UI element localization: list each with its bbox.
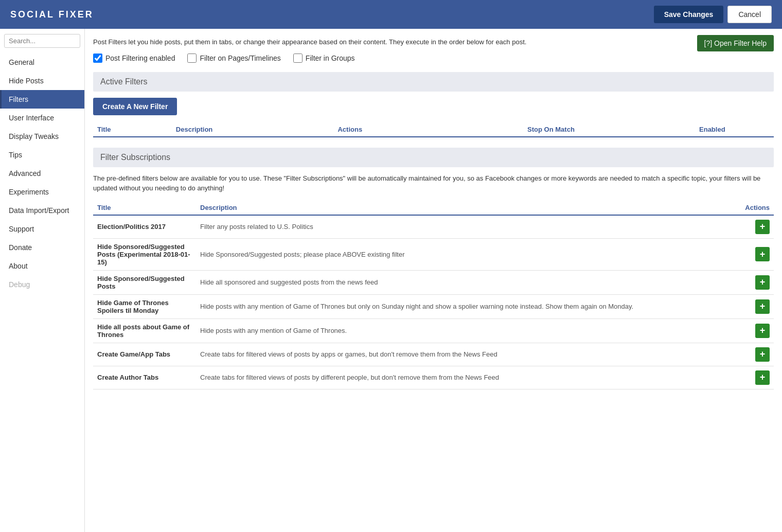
create-filter-button[interactable]: Create A New Filter	[93, 98, 177, 115]
col-actions: Actions	[333, 122, 451, 137]
subscription-action: +	[741, 238, 774, 270]
sidebar-item-filters[interactable]: Filters	[0, 90, 84, 109]
active-filters-table: Title Description Actions Stop On Match …	[93, 122, 774, 137]
sidebar-item-hide-posts[interactable]: Hide Posts	[0, 72, 84, 90]
subscription-description: Create tabs for filtered views of posts …	[196, 343, 741, 366]
save-changes-button[interactable]: Save Changes	[654, 6, 724, 23]
filter-subscriptions-heading: Filter Subscriptions	[93, 148, 774, 167]
sub-col-actions: Actions	[741, 201, 774, 215]
filter-options: Post Filtering enabled Filter on Pages/T…	[93, 54, 774, 63]
open-filter-help-button[interactable]: [?] Open Filter Help	[697, 35, 774, 51]
col-title: Title	[93, 122, 172, 137]
sidebar-item-experiments[interactable]: Experiments	[0, 183, 84, 201]
filter-table-header: Title Description Actions Stop On Match …	[93, 122, 774, 137]
subscription-action: +	[741, 318, 774, 343]
header-buttons: Save Changes Cancel	[654, 6, 772, 23]
sidebar-item-user-interface[interactable]: User Interface	[0, 109, 84, 127]
add-subscription-button[interactable]: +	[755, 299, 770, 314]
col-stop-on-match: Stop On Match	[451, 122, 650, 137]
subscription-action: +	[741, 215, 774, 239]
cancel-button[interactable]: Cancel	[727, 6, 772, 23]
subscription-title: Hide all posts about Game of Thrones	[93, 318, 196, 343]
sidebar: GeneralHide PostsFiltersUser InterfaceDi…	[0, 29, 85, 532]
sidebar-item-debug[interactable]: Debug	[0, 275, 84, 294]
subscription-description: Hide posts with any mention of Game of T…	[196, 318, 741, 343]
search-box	[4, 34, 80, 48]
subscription-action: +	[741, 366, 774, 389]
col-enabled: Enabled	[651, 122, 774, 137]
active-filters-heading: Active Filters	[93, 72, 774, 92]
post-filtering-label: Post Filtering enabled	[105, 54, 175, 62]
add-subscription-button[interactable]: +	[755, 347, 770, 362]
subscription-row: Hide Sponsored/Suggested PostsHide all s…	[93, 270, 774, 294]
subscription-description: Hide all sponsored and suggested posts f…	[196, 270, 741, 294]
col-description: Description	[172, 122, 334, 137]
sidebar-item-advanced[interactable]: Advanced	[0, 164, 84, 183]
main-description: Post Filters let you hide posts, put the…	[93, 37, 541, 47]
app-logo: SOCIAL FIXER	[10, 9, 94, 20]
subscription-title: Create Game/App Tabs	[93, 343, 196, 366]
layout: GeneralHide PostsFiltersUser InterfaceDi…	[0, 29, 782, 532]
subscription-description: Create tabs for filtered views of posts …	[196, 366, 741, 389]
subscription-description: Filter any posts related to U.S. Politic…	[196, 215, 741, 239]
sidebar-item-tips[interactable]: Tips	[0, 146, 84, 164]
add-subscription-button[interactable]: +	[755, 324, 770, 338]
sidebar-item-data-import-export[interactable]: Data Import/Export	[0, 201, 84, 220]
filter-pages-label: Filter on Pages/Timelines	[200, 54, 280, 62]
sidebar-item-donate[interactable]: Donate	[0, 238, 84, 257]
add-subscription-button[interactable]: +	[755, 247, 770, 261]
subscription-description: Hide Sponsored/Suggested posts; please p…	[196, 238, 741, 270]
sidebar-item-display-tweaks[interactable]: Display Tweaks	[0, 127, 84, 146]
filter-groups-label: Filter in Groups	[306, 54, 355, 62]
subscription-title: Hide Sponsored/Suggested Posts	[93, 270, 196, 294]
post-filtering-checkbox[interactable]	[93, 54, 102, 63]
subscriptions-description: The pre-defined filters below are availa…	[93, 173, 774, 193]
add-subscription-button[interactable]: +	[755, 220, 770, 234]
subscription-row: Create Author TabsCreate tabs for filter…	[93, 366, 774, 389]
sidebar-item-general[interactable]: General	[0, 53, 84, 72]
subscriptions-table-header: Title Description Actions	[93, 201, 774, 215]
post-filtering-checkbox-label[interactable]: Post Filtering enabled	[93, 54, 175, 63]
sub-col-title: Title	[93, 201, 196, 215]
subscription-row: Hide Sponsored/Suggested Posts (Experime…	[93, 238, 774, 270]
subscription-action: +	[741, 270, 774, 294]
subscription-row: Create Game/App TabsCreate tabs for filt…	[93, 343, 774, 366]
header: SOCIAL FIXER Save Changes Cancel	[0, 0, 782, 29]
subscription-row: Hide Game of Thrones Spoilers til Monday…	[93, 294, 774, 318]
sidebar-item-support[interactable]: Support	[0, 220, 84, 238]
subscription-row: Hide all posts about Game of ThronesHide…	[93, 318, 774, 343]
filter-groups-checkbox-label[interactable]: Filter in Groups	[293, 54, 355, 63]
sidebar-item-about[interactable]: About	[0, 257, 84, 275]
add-subscription-button[interactable]: +	[755, 370, 770, 385]
subscription-action: +	[741, 294, 774, 318]
subscriptions-table: Title Description Actions Election/Polit…	[93, 201, 774, 389]
subscription-title: Create Author Tabs	[93, 366, 196, 389]
description-row: [?] Open Filter Help Post Filters let yo…	[93, 37, 774, 54]
filter-pages-checkbox[interactable]	[187, 54, 197, 63]
main-content: [?] Open Filter Help Post Filters let yo…	[85, 29, 782, 532]
filter-groups-checkbox[interactable]	[293, 54, 303, 63]
sub-col-description: Description	[196, 201, 741, 215]
subscription-title: Election/Politics 2017	[93, 215, 196, 239]
subscription-title: Hide Game of Thrones Spoilers til Monday	[93, 294, 196, 318]
search-input[interactable]	[4, 34, 80, 48]
subscription-row: Election/Politics 2017Filter any posts r…	[93, 215, 774, 239]
subscription-description: Hide posts with any mention of Game of T…	[196, 294, 741, 318]
add-subscription-button[interactable]: +	[755, 275, 770, 290]
filter-pages-checkbox-label[interactable]: Filter on Pages/Timelines	[187, 54, 280, 63]
subscription-title: Hide Sponsored/Suggested Posts (Experime…	[93, 238, 196, 270]
subscription-action: +	[741, 343, 774, 366]
